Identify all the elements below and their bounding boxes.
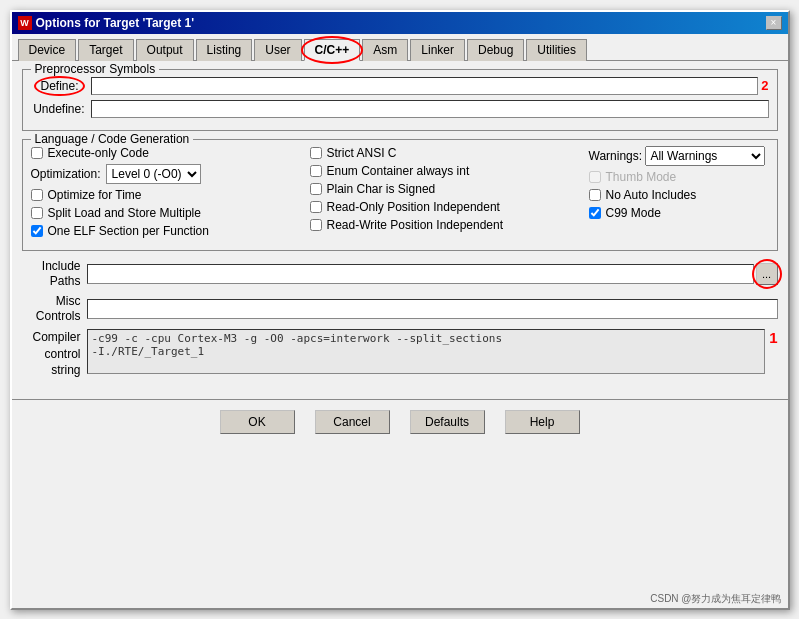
- plain-char-row: Plain Char is Signed: [310, 182, 577, 196]
- c99-mode-checkbox[interactable]: [589, 207, 601, 219]
- thumb-mode-row: Thumb Mode: [589, 170, 769, 184]
- define-label: Define:: [31, 76, 91, 96]
- read-write-label: Read-Write Position Independent: [327, 218, 504, 232]
- title-bar: W Options for Target 'Target 1' ×: [12, 12, 788, 34]
- optimization-row: Optimization: Level 0 (-O0) Level 1 (-O1…: [31, 164, 298, 184]
- tab-device[interactable]: Device: [18, 39, 77, 61]
- thumb-mode-checkbox[interactable]: [589, 171, 601, 183]
- preprocessor-group: Preprocessor Symbols Define: 2 Undefine:: [22, 69, 778, 131]
- close-button[interactable]: ×: [766, 16, 782, 30]
- enum-container-checkbox[interactable]: [310, 165, 322, 177]
- c99-mode-label: C99 Mode: [606, 206, 661, 220]
- language-group-label: Language / Code Generation: [31, 132, 194, 146]
- help-button[interactable]: Help: [505, 410, 580, 434]
- one-elf-label: One ELF Section per Function: [48, 224, 209, 238]
- enum-container-label: Enum Container always int: [327, 164, 470, 178]
- watermark: CSDN @努力成为焦耳定律鸭: [650, 592, 781, 606]
- tab-listing[interactable]: Listing: [196, 39, 253, 61]
- warnings-label: Warnings:: [589, 149, 643, 163]
- undefine-label: Undefine:: [31, 102, 91, 116]
- compiler-control-textarea: -c99 -c -cpu Cortex-M3 -g -O0 -apcs=inte…: [87, 329, 766, 374]
- preprocessor-group-label: Preprocessor Symbols: [31, 62, 160, 76]
- badge2: 2: [761, 78, 768, 93]
- content-area: Preprocessor Symbols Define: 2 Undefine:…: [12, 61, 788, 392]
- tab-output[interactable]: Output: [136, 39, 194, 61]
- include-paths-row: IncludePaths ...: [22, 259, 778, 290]
- no-auto-includes-checkbox[interactable]: [589, 189, 601, 201]
- optimization-label: Optimization:: [31, 167, 101, 181]
- no-auto-includes-label: No Auto Includes: [606, 188, 697, 202]
- lang-col2: Strict ANSI C Enum Container always int …: [310, 146, 577, 242]
- split-load-checkbox[interactable]: [31, 207, 43, 219]
- warnings-select[interactable]: All Warnings No Warnings Unspecified: [645, 146, 765, 166]
- include-paths-label: IncludePaths: [22, 259, 87, 290]
- plain-char-checkbox[interactable]: [310, 183, 322, 195]
- define-row: Define: 2: [31, 76, 769, 96]
- split-load-label: Split Load and Store Multiple: [48, 206, 201, 220]
- define-circle-label: Define:: [34, 76, 84, 96]
- optimization-select[interactable]: Level 0 (-O0) Level 1 (-O1) Level 2 (-O2…: [106, 164, 201, 184]
- tab-user[interactable]: User: [254, 39, 301, 61]
- strict-ansi-row: Strict ANSI C: [310, 146, 577, 160]
- one-elf-row: One ELF Section per Function: [31, 224, 298, 238]
- lang-col1: Execute-only Code Optimization: Level 0 …: [31, 146, 298, 242]
- plain-char-label: Plain Char is Signed: [327, 182, 436, 196]
- optimize-time-row: Optimize for Time: [31, 188, 298, 202]
- warnings-section: Warnings: All Warnings No Warnings Unspe…: [589, 146, 769, 166]
- thumb-mode-label: Thumb Mode: [606, 170, 677, 184]
- dialog-title: Options for Target 'Target 1': [36, 16, 195, 30]
- tab-debug[interactable]: Debug: [467, 39, 524, 61]
- language-group: Language / Code Generation Execute-only …: [22, 139, 778, 251]
- execute-only-row: Execute-only Code: [31, 146, 298, 160]
- misc-controls-label: MiscControls: [22, 294, 87, 325]
- read-write-row: Read-Write Position Independent: [310, 218, 577, 232]
- read-only-row: Read-Only Position Independent: [310, 200, 577, 214]
- no-auto-includes-row: No Auto Includes: [589, 188, 769, 202]
- tab-linker[interactable]: Linker: [410, 39, 465, 61]
- tab-row: Device Target Output Listing User C/C++ …: [12, 34, 788, 61]
- optimize-time-checkbox[interactable]: [31, 189, 43, 201]
- optimize-time-label: Optimize for Time: [48, 188, 142, 202]
- include-paths-input[interactable]: [87, 264, 754, 284]
- enum-container-row: Enum Container always int: [310, 164, 577, 178]
- execute-only-label: Execute-only Code: [48, 146, 149, 160]
- options-dialog: W Options for Target 'Target 1' × Device…: [10, 10, 790, 610]
- read-only-label: Read-Only Position Independent: [327, 200, 500, 214]
- defaults-button[interactable]: Defaults: [410, 410, 485, 434]
- strict-ansi-checkbox[interactable]: [310, 147, 322, 159]
- misc-controls-row: MiscControls: [22, 294, 778, 325]
- lang-col3: Warnings: All Warnings No Warnings Unspe…: [589, 146, 769, 242]
- tab-cpp[interactable]: C/C++: [304, 39, 361, 61]
- undefine-input[interactable]: [91, 100, 769, 118]
- language-section: Execute-only Code Optimization: Level 0 …: [31, 146, 769, 242]
- c99-mode-row: C99 Mode: [589, 206, 769, 220]
- cancel-button[interactable]: Cancel: [315, 410, 390, 434]
- read-write-checkbox[interactable]: [310, 219, 322, 231]
- app-icon: W: [18, 16, 32, 30]
- badge1: 1: [769, 329, 777, 346]
- define-input[interactable]: [91, 77, 759, 95]
- execute-only-checkbox[interactable]: [31, 147, 43, 159]
- compiler-control-row: Compilercontrolstring -c99 -c -cpu Corte…: [22, 329, 778, 379]
- bottom-buttons: OK Cancel Defaults Help: [12, 399, 788, 444]
- strict-ansi-label: Strict ANSI C: [327, 146, 397, 160]
- tab-utilities[interactable]: Utilities: [526, 39, 587, 61]
- ok-button[interactable]: OK: [220, 410, 295, 434]
- read-only-checkbox[interactable]: [310, 201, 322, 213]
- tab-asm[interactable]: Asm: [362, 39, 408, 61]
- misc-controls-input[interactable]: [87, 299, 778, 319]
- undefine-row: Undefine:: [31, 100, 769, 118]
- one-elf-checkbox[interactable]: [31, 225, 43, 237]
- tab-target[interactable]: Target: [78, 39, 133, 61]
- title-bar-left: W Options for Target 'Target 1': [18, 16, 195, 30]
- split-load-row: Split Load and Store Multiple: [31, 206, 298, 220]
- include-paths-browse-button[interactable]: ...: [756, 263, 778, 285]
- compiler-control-label: Compilercontrolstring: [22, 329, 87, 379]
